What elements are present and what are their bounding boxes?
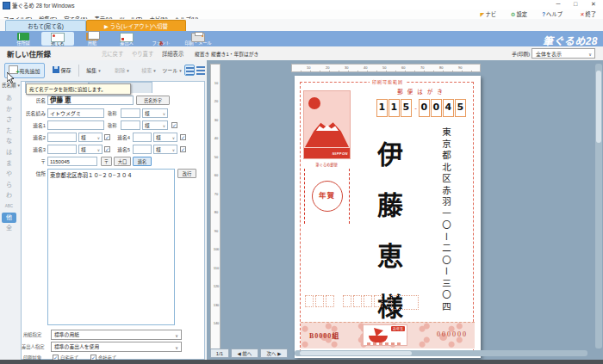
address-textarea[interactable]: 東京都北区赤羽１０−２０−３０４ — [47, 169, 175, 325]
index-tab-ら[interactable]: ら — [2, 180, 16, 191]
tab-back-ura-switch[interactable]: ▶ うら(レイアウト)へ切替 — [86, 20, 186, 32]
ruler-label: 80 — [212, 210, 221, 214]
ruler-label: 50 — [382, 65, 386, 70]
zip-joint-button[interactable]: 連名 — [133, 157, 152, 166]
printable-area-label: 印刷可能範囲 — [370, 78, 406, 84]
index-tab-全[interactable]: 全 — [2, 223, 16, 234]
index-tab-さ[interactable]: さ — [2, 114, 16, 126]
index-tab-ま[interactable]: ま — [2, 158, 16, 170]
joint4-input[interactable] — [133, 133, 152, 142]
redo-button[interactable]: やり直す — [132, 50, 153, 58]
undo-button[interactable]: 元に戻す — [102, 50, 123, 58]
joint5-input[interactable] — [133, 145, 152, 154]
joint4-print-checkbox[interactable]: ✓ — [180, 134, 186, 140]
joint1-print-checkbox[interactable]: ✓ — [171, 122, 177, 128]
prev-page-button[interactable]: ◀ 前へ — [231, 349, 258, 358]
search-menu-button[interactable]: 検索▼ — [136, 63, 162, 78]
ruler-label: 40 — [364, 65, 367, 70]
honorific-custom-input[interactable] — [121, 108, 140, 118]
zip-digit-box: 0 — [431, 99, 442, 117]
index-tab-た[interactable]: た — [2, 126, 16, 137]
joint4-honorific-select[interactable]: 様∨ — [153, 133, 177, 142]
detail-view-button[interactable]: 詳細表示 — [162, 50, 183, 58]
ribbon-item-font[interactable]: ぁあ フォント — [145, 32, 177, 46]
name-input[interactable]: 伊藤 恵 — [47, 96, 134, 105]
ruler-label: 70 — [212, 192, 221, 196]
help-menu-button[interactable]: ?ヘルプ — [542, 10, 563, 18]
maximize-button[interactable]: □ — [569, 0, 582, 9]
postcard-preview[interactable]: 印刷可能範囲 郵便はがき NIPPON 筆ぐるめ郵便 年賀 115-0045 東… — [295, 76, 481, 358]
printer-icon — [191, 33, 205, 42]
index-tab-他[interactable]: 他 — [2, 213, 16, 224]
index-tab-な[interactable]: な — [2, 136, 16, 147]
zip-code-boxes: 115-0045 — [376, 99, 467, 117]
minimize-button[interactable]: ─ — [551, 0, 565, 9]
nav-icon: ◤ — [481, 11, 485, 17]
ribbon-item-sender[interactable]: 差出人 — [110, 32, 143, 46]
joint1-input[interactable] — [47, 120, 104, 130]
zip-lookup-button[interactable]: 〒 — [101, 157, 112, 166]
kana-input[interactable]: イトウメグミ — [47, 108, 104, 118]
sender-spec-label: 差出人指定 — [22, 342, 50, 352]
next-page-button[interactable]: 次へ ▶ — [260, 349, 288, 358]
joint5-print-checkbox[interactable]: ✓ — [180, 146, 186, 152]
index-tab-あ[interactable]: あ — [2, 93, 16, 104]
nav-menu-button[interactable]: ◤ナビ — [481, 10, 496, 18]
horizontal-scrollbar[interactable] — [295, 350, 587, 356]
index-tab-や[interactable]: や — [2, 169, 16, 180]
delete-menu-button[interactable]: 削除▼ — [109, 63, 135, 78]
address-label: 住所 — [22, 169, 46, 179]
joint2-honorific-select[interactable]: 様∨ — [78, 133, 103, 142]
lottery-group-number: B0000組 — [309, 330, 339, 340]
postcard-pen-icon — [51, 33, 65, 42]
joint3-honorific-select[interactable]: 様∨ — [78, 145, 103, 154]
window-bottom-edge — [0, 360, 603, 364]
chevron-down-icon: ∨ — [172, 134, 175, 143]
chevron-down-icon: ∨ — [163, 110, 165, 119]
chevron-down-icon: ∨ — [97, 146, 100, 155]
gaiji-button[interactable]: 氏名外字 — [136, 96, 170, 105]
joint3-input[interactable] — [47, 145, 77, 154]
index-tab-は[interactable]: は — [2, 147, 16, 158]
ribbon-item-paper[interactable]: 用紙 — [76, 32, 109, 46]
gear-icon: ⚙ — [511, 11, 516, 17]
joint2-input[interactable] — [47, 133, 77, 142]
sun-icon — [308, 97, 320, 109]
paper-spec-select[interactable]: 標準の用紙∨ — [51, 330, 182, 340]
joint5-honorific-select[interactable]: 様∨ — [153, 145, 177, 154]
tab-front-omote[interactable]: おもて(宛て名) — [5, 20, 86, 32]
close-button[interactable]: ✕ — [587, 0, 600, 9]
vertical-scrollbar[interactable] — [595, 64, 602, 349]
joint1-honorific-select[interactable]: 様∨ — [142, 120, 168, 130]
tooltip: 宛て名データを新規に追加します。 — [26, 83, 131, 95]
ribbon-item-addressbook[interactable]: 住所録 — [7, 32, 40, 46]
addressbook-title: 新しい住所録 — [7, 48, 51, 59]
app-window: 筆ぐるめ 28 for Windows ─ □ ✕ ファイル(F)編集(E)宛て… — [0, 0, 603, 364]
sender-zip-box — [315, 295, 324, 307]
index-tab-わ[interactable]: わ — [2, 190, 16, 201]
zoom-select[interactable]: 全体を表示∨ — [532, 48, 595, 59]
sender-spec-select[interactable]: 標準の差出人を使用∨ — [51, 342, 182, 352]
ruler-label: 20 — [212, 99, 221, 103]
ruler-label: 10 — [307, 65, 310, 70]
stamp-service-label: 筆ぐるめ郵便 — [298, 162, 355, 167]
edit-menu-button[interactable]: 編集▼ — [81, 63, 107, 78]
view-detail-toggle[interactable] — [184, 65, 195, 76]
stamp-area: NIPPON — [303, 90, 351, 159]
ribbon-item-print-mail[interactable]: 印刷・メール — [179, 32, 217, 46]
save-button[interactable]: 保存 — [48, 63, 76, 78]
view-list-toggle[interactable] — [196, 65, 206, 76]
ribbon-item-atena[interactable]: 宛て名 — [41, 32, 74, 46]
zip-bulk-button[interactable]: 大口 — [114, 157, 131, 166]
tool-menu-button[interactable]: ツール▼ — [162, 63, 183, 78]
exit-menu-button[interactable]: ✕終了 — [580, 10, 596, 18]
zip-input[interactable]: 1150045 — [47, 157, 97, 166]
index-tab-か[interactable]: か — [2, 104, 16, 115]
honorific-select[interactable]: 様∨ — [142, 108, 168, 118]
newline-button[interactable]: 改行 — [177, 169, 196, 178]
settings-menu-button[interactable]: ⚙設定 — [511, 10, 527, 18]
joint1-honorific-input[interactable] — [121, 120, 140, 130]
close-x-icon: ✕ — [580, 11, 584, 17]
chevron-down-icon: ▼ — [97, 69, 101, 73]
index-tab-ABC[interactable]: ABC — [2, 201, 16, 213]
